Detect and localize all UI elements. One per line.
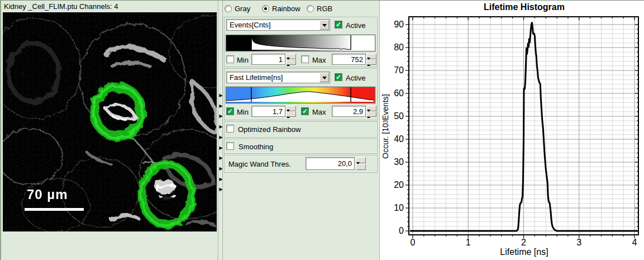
optimized-rainbow-checkbox[interactable]: ✓ xyxy=(226,125,234,133)
scale-bar-label: 70 µm xyxy=(27,187,68,202)
panel-expand-arrow-icon[interactable]: ▶ xyxy=(219,186,223,193)
lifetime-active-label: Active xyxy=(346,74,365,82)
spin-down-icon xyxy=(287,58,290,69)
panel-expand-arrow-icon[interactable]: ▶ xyxy=(219,145,223,152)
intensity-active-checkbox[interactable]: ✓ xyxy=(335,21,342,29)
intensity-active-label: Active xyxy=(346,21,365,30)
intensity-max-label: Max xyxy=(312,56,326,64)
smoothing-label: Smoothing xyxy=(238,143,273,151)
lifetime-min-spinner[interactable] xyxy=(286,106,296,117)
scale-bar xyxy=(25,208,84,211)
lifetime-histogram-plot: 012340102030405060708090 xyxy=(380,1,644,260)
radio-rainbow[interactable] xyxy=(262,5,269,12)
lifetime-max-input[interactable] xyxy=(332,106,366,117)
panel-expand-arrow-icon[interactable]: ▶ xyxy=(219,176,223,183)
lifetime-active-checkbox[interactable]: ✓ xyxy=(335,73,342,81)
display-controls-panel: Gray Rainbow RGB Events[Cnts] ✓ Active ✓… xyxy=(223,1,379,260)
lifetime-max-label: Max xyxy=(312,108,326,116)
intensity-lut-bar[interactable] xyxy=(226,35,375,51)
svg-text:90: 90 xyxy=(394,20,404,29)
svg-text:0: 0 xyxy=(410,238,415,247)
lifetime-lut-bar[interactable] xyxy=(226,87,375,103)
flim-micrograph[interactable]: 70 µm xyxy=(3,12,217,231)
panel-splitter[interactable]: ▶▶▶▶▶▶▶▶▶▶ xyxy=(218,1,223,260)
intensity-max-checkbox[interactable]: ✓ xyxy=(301,55,309,63)
radio-rainbow-label: Rainbow xyxy=(272,4,300,13)
spin-down-icon xyxy=(367,110,370,121)
lifetime-channel-value: Fast Lifetime[ns] xyxy=(230,73,283,82)
smoothing-checkbox[interactable]: ✓ xyxy=(226,142,234,150)
spin-down-button[interactable] xyxy=(356,164,366,170)
spin-down-button[interactable] xyxy=(366,59,376,65)
panel-expand-arrow-icon[interactable]: ▶ xyxy=(219,134,223,141)
radio-gray-label: Gray xyxy=(235,4,250,13)
image-panel: Kidney _Cell_FLIM.ptu Channels: 4 xyxy=(1,1,218,260)
intensity-min-input[interactable] xyxy=(251,54,285,65)
magic-wand-label: Magic Wand Thres. xyxy=(228,160,291,168)
spin-down-button[interactable] xyxy=(286,59,296,65)
magic-wand-input[interactable] xyxy=(306,157,355,170)
lifetime-channel-dropdown-button[interactable] xyxy=(319,73,329,82)
intensity-min-spinner[interactable] xyxy=(286,54,296,65)
panel-expand-arrow-icon[interactable]: ▶ xyxy=(219,113,223,120)
check-icon: ✓ xyxy=(302,108,308,115)
intensity-max-input[interactable] xyxy=(332,54,366,65)
svg-text:4: 4 xyxy=(632,238,637,247)
spin-down-icon xyxy=(287,110,290,121)
svg-text:70: 70 xyxy=(394,65,404,75)
lifetime-min-checkbox[interactable]: ✓ xyxy=(226,107,234,115)
chevron-down-icon xyxy=(322,77,327,79)
lifetime-histogram-panel: Lifetime Histogram Occur. [10 3 Events] … xyxy=(379,1,644,260)
optimized-rainbow-label: Optimized Rainbow xyxy=(238,125,301,134)
histogram-curve xyxy=(410,22,638,231)
panel-expand-arrow-icon[interactable]: ▶ xyxy=(219,103,223,110)
flim-analysis-window: Kidney _Cell_FLIM.ptu Channels: 4 xyxy=(0,0,644,260)
panel-expand-arrow-icon[interactable]: ▶ xyxy=(219,155,223,162)
panel-expand-arrow-icon[interactable]: ▶ xyxy=(219,166,223,172)
intensity-channel-select[interactable]: Events[Cnts] xyxy=(226,19,330,31)
magic-wand-spinner[interactable] xyxy=(356,157,366,170)
intensity-max-spinner[interactable] xyxy=(366,54,376,65)
intensity-channel-dropdown-button[interactable] xyxy=(319,20,329,30)
intensity-min-checkbox[interactable]: ✓ xyxy=(226,55,234,63)
panel-expand-arrow-icon[interactable]: ▶ xyxy=(219,92,223,99)
svg-text:20: 20 xyxy=(394,180,404,190)
chevron-down-icon xyxy=(322,24,327,27)
lifetime-max-spinner[interactable] xyxy=(366,106,376,117)
check-icon: ✓ xyxy=(335,21,342,29)
svg-text:40: 40 xyxy=(394,134,404,144)
spin-down-button[interactable] xyxy=(366,111,376,117)
lifetime-max-checkbox[interactable]: ✓ xyxy=(301,107,309,115)
svg-text:30: 30 xyxy=(394,157,404,167)
radio-rgb-label: RGB xyxy=(317,4,332,13)
intensity-channel-value: Events[Cnts] xyxy=(230,21,271,29)
svg-text:80: 80 xyxy=(394,42,404,52)
spin-down-button[interactable] xyxy=(286,111,296,117)
spin-down-icon xyxy=(367,58,370,69)
svg-text:60: 60 xyxy=(394,88,404,98)
check-icon: ✓ xyxy=(227,108,233,115)
chart-x-axis-label: Lifetime [ns] xyxy=(409,247,639,257)
svg-text:10: 10 xyxy=(394,203,404,212)
lifetime-min-label: Min xyxy=(237,108,249,116)
lifetime-min-input[interactable] xyxy=(251,106,285,117)
svg-text:1: 1 xyxy=(466,238,471,247)
lifetime-channel-select[interactable]: Fast Lifetime[ns] xyxy=(226,72,330,83)
radio-gray[interactable] xyxy=(225,5,232,12)
image-title: Kidney _Cell_FLIM.ptu Channels: 4 xyxy=(2,1,217,12)
radio-dot-icon xyxy=(264,7,267,10)
svg-text:3: 3 xyxy=(576,238,581,247)
intensity-min-label: Min xyxy=(237,56,249,64)
radio-rgb[interactable] xyxy=(307,5,314,12)
svg-text:50: 50 xyxy=(394,111,404,121)
svg-text:0: 0 xyxy=(399,226,404,235)
check-icon: ✓ xyxy=(335,74,342,81)
spin-down-icon xyxy=(356,162,360,174)
panel-expand-arrow-icon[interactable]: ▶ xyxy=(219,124,223,130)
svg-text:2: 2 xyxy=(521,238,526,247)
